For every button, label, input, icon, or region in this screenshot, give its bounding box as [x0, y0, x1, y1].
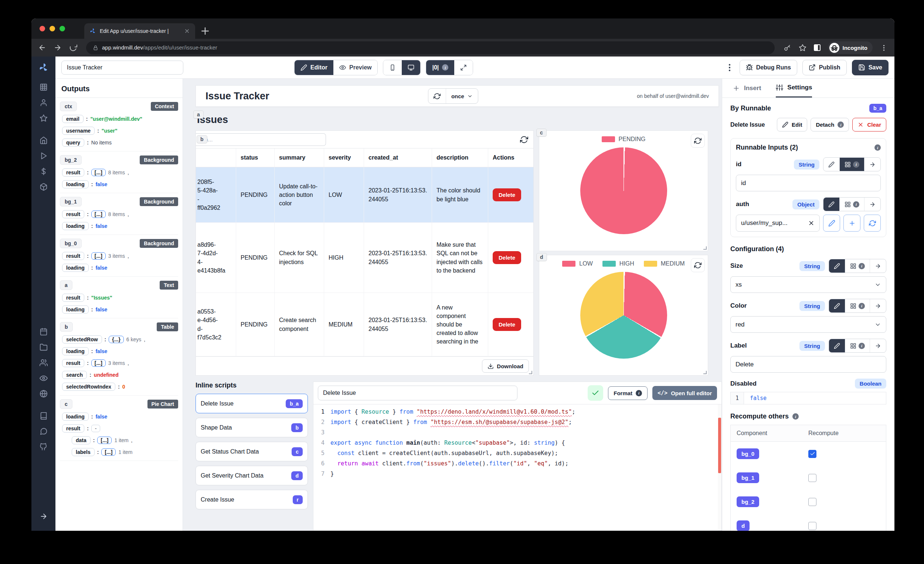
component-id[interactable]: a: [60, 280, 72, 290]
star-icon[interactable]: [39, 114, 48, 122]
editor-mode-button[interactable]: Editor: [295, 60, 333, 75]
inline-script-item[interactable]: Get Severity Chart Data d: [195, 466, 308, 485]
component-id[interactable]: b: [60, 322, 73, 332]
column-header[interactable]: status: [236, 148, 274, 167]
mobile-view-button[interactable]: [383, 60, 402, 75]
fullscreen-button[interactable]: [454, 60, 473, 75]
refresh-resource-button[interactable]: [864, 215, 881, 232]
globe-icon[interactable]: [39, 390, 48, 398]
code-area[interactable]: 1234567 import { Resource } from "https:…: [314, 404, 722, 530]
side-panel-icon[interactable]: [814, 44, 820, 51]
eval-mode-button[interactable]: [870, 259, 886, 272]
output-row[interactable]: loading:false: [62, 180, 176, 188]
minimize-window-button[interactable]: [50, 26, 55, 31]
connect-mode-button[interactable]: i: [845, 259, 870, 272]
more-options-icon[interactable]: [725, 63, 734, 72]
output-row[interactable]: loading:false: [62, 305, 176, 314]
static-mode-button[interactable]: [829, 259, 845, 272]
pie-chart-component-d[interactable]: d LOWHIGHMEDIUM: [539, 255, 708, 376]
script-name-input[interactable]: [318, 386, 518, 400]
table-row[interactable]: a8d96-7-4d2d-4-e4143b8faPENDINGCheck for…: [196, 223, 533, 293]
github-icon[interactable]: [39, 443, 48, 451]
inline-script-item[interactable]: Create Issue r: [195, 490, 308, 509]
component-id[interactable]: bg_2: [60, 155, 82, 165]
chart-refresh-button[interactable]: [691, 258, 705, 272]
output-row[interactable]: result:[...]8 items,: [62, 168, 176, 177]
output-row[interactable]: search:undefined: [62, 371, 176, 379]
column-header[interactable]: Actions: [488, 148, 533, 167]
static-mode-button[interactable]: [824, 158, 839, 171]
output-row[interactable]: query:No items: [62, 139, 176, 147]
eval-mode-button[interactable]: [864, 197, 880, 211]
tab-list-chevron-icon[interactable]: [885, 31, 894, 39]
recompute-checkbox[interactable]: [808, 522, 816, 530]
clear-x-icon[interactable]: [808, 220, 814, 226]
delete-row-button[interactable]: Delete: [493, 188, 521, 201]
column-header[interactable]: summary: [274, 148, 324, 167]
arrow-right-icon[interactable]: [39, 512, 48, 521]
add-resource-button[interactable]: [843, 215, 860, 232]
recompute-checkbox[interactable]: [808, 498, 816, 506]
output-row[interactable]: loading:false: [62, 413, 176, 421]
output-row[interactable]: data:[...]1 item,: [72, 436, 176, 444]
table-refresh-icon[interactable]: [520, 136, 528, 144]
output-row[interactable]: result:[...]3 items,: [62, 252, 176, 260]
tab-insert[interactable]: Insert: [732, 79, 761, 97]
component-id[interactable]: bg_0: [60, 239, 82, 248]
clear-button[interactable]: Clear: [852, 118, 886, 132]
output-row[interactable]: selectedRowIndex:0: [62, 383, 176, 391]
connect-mode-button[interactable]: i: [839, 158, 864, 171]
delete-row-button[interactable]: Delete: [493, 251, 521, 264]
detach-button[interactable]: Detach i: [810, 118, 849, 132]
eval-mode-button[interactable]: [870, 339, 886, 352]
column-header[interactable]: [196, 148, 236, 167]
package-icon[interactable]: [39, 183, 48, 191]
output-row[interactable]: result:[...]8 items,: [62, 210, 176, 218]
column-header[interactable]: severity: [324, 148, 364, 167]
legend-item[interactable]: MEDIUM: [644, 260, 685, 267]
output-row[interactable]: username:"user": [62, 127, 176, 135]
windmill-logo[interactable]: [39, 63, 49, 73]
connect-mode-button[interactable]: i: [845, 299, 870, 313]
app-name-input[interactable]: [62, 61, 183, 75]
recompute-checkbox[interactable]: [808, 474, 816, 482]
table-component[interactable]: b statussummaryseveritycreated_atdescrip…: [195, 130, 534, 376]
eval-mode-button[interactable]: [870, 299, 886, 313]
table-row[interactable]: a0553-e-4d56-d-f7d5c3c2PENDINGCreate sea…: [196, 293, 533, 356]
forward-icon[interactable]: [54, 43, 62, 52]
format-button[interactable]: Format i: [608, 386, 648, 400]
grid-menu-icon[interactable]: [39, 83, 48, 91]
color-select[interactable]: red: [730, 316, 886, 333]
table-search-input[interactable]: [196, 133, 326, 146]
folder-icon[interactable]: [39, 343, 48, 351]
recompute-checkbox[interactable]: [808, 450, 816, 458]
legend-item[interactable]: HIGH: [603, 260, 634, 267]
output-row[interactable]: selectedRow:{...}6 keys,: [62, 335, 176, 344]
book-icon[interactable]: [39, 412, 48, 420]
download-button[interactable]: Download: [482, 359, 529, 373]
legend-item[interactable]: LOW: [562, 260, 592, 267]
desktop-view-button[interactable]: [402, 60, 420, 75]
text-component[interactable]: a Issues: [195, 112, 719, 127]
chart-refresh-button[interactable]: [691, 134, 705, 148]
connect-mode-button[interactable]: i: [845, 339, 870, 352]
delete-row-button[interactable]: Delete: [493, 318, 521, 331]
preview-mode-button[interactable]: Preview: [333, 60, 377, 75]
eval-mode-button[interactable]: [864, 158, 880, 171]
legend-item[interactable]: PENDING: [602, 136, 646, 142]
edit-resource-button[interactable]: [823, 215, 840, 232]
column-header[interactable]: created_at: [364, 148, 432, 167]
resize-handle[interactable]: [704, 371, 706, 374]
play-icon[interactable]: [39, 152, 48, 160]
inline-script-item[interactable]: Delete Issue b_a: [195, 394, 308, 413]
users-icon[interactable]: [39, 359, 48, 367]
output-row[interactable]: loading:false: [62, 347, 176, 355]
maximize-window-button[interactable]: [60, 26, 65, 31]
inline-script-item[interactable]: Shape Data b: [195, 418, 308, 437]
inline-script-item[interactable]: Get Status Chart Data c: [195, 442, 308, 461]
editor-scrollbar[interactable]: [718, 404, 722, 530]
dollar-icon[interactable]: [39, 167, 48, 175]
output-row[interactable]: result:[...]3 items,: [62, 359, 176, 367]
size-select[interactable]: xs: [730, 276, 886, 293]
pie-chart-component-c[interactable]: c PENDING: [539, 130, 708, 251]
